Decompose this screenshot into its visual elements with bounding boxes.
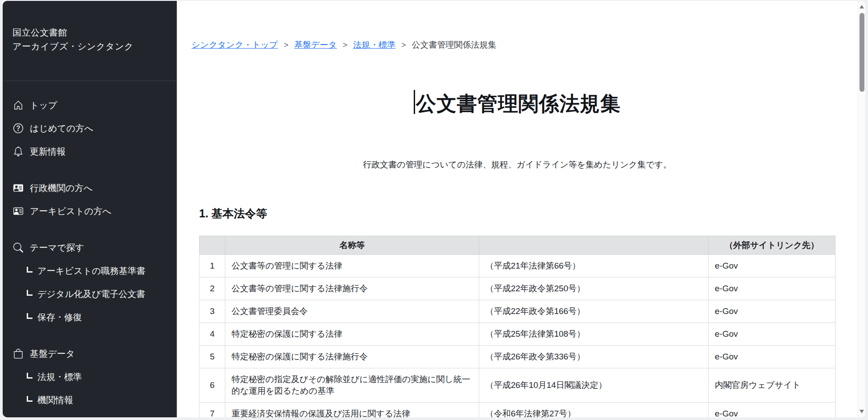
breadcrumb-link-1[interactable]: 基盤データ [294, 39, 337, 51]
sidebar-item-label: トップ [30, 99, 57, 111]
law-number: （平成21年法律第66号） [479, 255, 709, 277]
sidebar-item-1[interactable]: はじめての方へ [13, 117, 177, 140]
sidebar-item-4[interactable]: アーキビストの方へ [13, 200, 177, 223]
table-row-5: 5特定秘密の保護に関する法律施行令（平成26年政令第336号）e-Gov [200, 346, 835, 368]
external-link-target[interactable]: e-Gov [709, 277, 835, 300]
external-link-target[interactable]: 内閣官房ウェブサイト [709, 368, 835, 403]
scrollbar[interactable] [858, 1, 865, 417]
law-name: 公文書等の管理に関する法律施行令 [225, 277, 479, 300]
row-number: 7 [200, 403, 225, 418]
law-number: （令和6年法律第27号） [479, 403, 709, 418]
table-row-7: 7重要経済安保情報の保護及び活用に関する法律（令和6年法律第27号）e-Gov [200, 403, 835, 418]
sidebar-item-label: はじめての方へ [30, 122, 94, 135]
search-icon [13, 243, 23, 253]
sidebar-item-label: 更新情報 [30, 146, 65, 158]
table-header-cell-0 [200, 236, 225, 255]
sidebar-subitem-6[interactable]: アーキビストの職務基準書 [13, 259, 177, 282]
law-name: 特定秘密の保護に関する法律施行令 [225, 346, 479, 368]
home-icon [13, 100, 23, 110]
sidebar-item-2[interactable]: 更新情報 [13, 140, 177, 163]
sidebar-subitem-8[interactable]: 保存・修復 [13, 306, 177, 329]
row-number: 4 [200, 323, 225, 346]
table-row-2: 2公文書等の管理に関する法律施行令（平成22年政令第250号）e-Gov [200, 277, 835, 300]
sidebar-subitem-7[interactable]: デジタル化及び電子公文書 [13, 282, 177, 306]
row-number: 2 [200, 277, 225, 300]
scrollbar-thumb[interactable] [860, 13, 864, 92]
law-name: 特定秘密の指定及びその解除並びに適性評価の実施に関し統一的な運用を図るための基準 [225, 368, 479, 403]
subitem-branch-icon [27, 267, 33, 273]
bag-icon [13, 349, 23, 359]
sidebar-item-label: 法規・標準 [37, 371, 82, 383]
page-subtitle: 行政文書の管理についての法律、規程、ガイドライン等を集めたリンク集です。 [177, 159, 858, 171]
sidebar-item-label: 行政機関の方へ [30, 182, 93, 194]
table-row-6: 6特定秘密の指定及びその解除並びに適性評価の実施に関し統一的な運用を図るための基… [200, 368, 835, 403]
sidebar-item-9[interactable]: 基盤データ [13, 342, 177, 365]
row-number: 5 [200, 346, 225, 368]
sidebar-item-label: デジタル化及び電子公文書 [37, 288, 145, 300]
subitem-branch-icon [27, 396, 33, 402]
subitem-branch-icon [27, 290, 33, 296]
law-number: （平成22年政令第166号） [479, 300, 709, 323]
law-number: （平成22年政令第250号） [479, 277, 709, 300]
question-circle-icon [13, 123, 23, 134]
breadcrumb-separator: > [342, 41, 347, 50]
id-card-fill-icon [13, 183, 23, 193]
external-link-target[interactable]: e-Gov [709, 255, 835, 277]
subitem-branch-icon [27, 313, 33, 319]
law-name: 特定秘密の保護に関する法律 [225, 323, 479, 346]
breadcrumb-separator: > [401, 41, 406, 50]
law-number: （平成26年政令第336号） [479, 346, 709, 368]
text-cursor [414, 90, 415, 114]
bell-icon [13, 147, 23, 157]
sidebar-header: 国立公文書館 アーカイブズ・シンクタンク [3, 1, 177, 81]
law-name: 公文書等の管理に関する法律 [225, 255, 479, 277]
scrollbar-down-arrow[interactable] [860, 410, 864, 413]
row-number: 6 [200, 368, 225, 403]
table-header-cell-2 [479, 236, 709, 255]
row-number: 1 [200, 255, 225, 277]
sidebar-item-label: アーキビストの方へ [30, 205, 111, 217]
sidebar-item-5[interactable]: テーマで探す [13, 236, 177, 259]
law-number: （平成25年法律第108号） [479, 323, 709, 346]
external-link-target[interactable]: e-Gov [709, 300, 835, 323]
breadcrumb-link-0[interactable]: シンクタンク・トップ [192, 39, 278, 51]
law-table: 名称等（外部サイトリンク先） 1公文書等の管理に関する法律（平成21年法律第66… [199, 236, 835, 417]
sidebar-subitem-10[interactable]: 法規・標準 [13, 365, 177, 388]
sidebar-subitem-11[interactable]: 機関情報 [13, 388, 177, 412]
sidebar-nav: トップはじめての方へ更新情報行政機関の方へアーキビストの方へテーマで探すアーキビ… [3, 81, 177, 412]
table-row-1: 1公文書等の管理に関する法律（平成21年法律第66号）e-Gov [200, 255, 835, 277]
external-link-target[interactable]: e-Gov [709, 346, 835, 368]
table-row-3: 3公文書管理委員会令（平成22年政令第166号）e-Gov [200, 300, 835, 323]
site-title-line2: アーカイブズ・シンクタンク [12, 40, 168, 53]
table-header-row: 名称等（外部サイトリンク先） [200, 236, 835, 255]
id-card-icon [13, 206, 23, 216]
main-content: シンクタンク・トップ>基盤データ>法規・標準>公文書管理関係法規集 公文書管理関… [177, 1, 858, 417]
law-name: 重要経済安保情報の保護及び活用に関する法律 [225, 403, 479, 418]
table-header-cell-1: 名称等 [225, 236, 479, 255]
subitem-branch-icon [27, 373, 33, 379]
sidebar-item-label: テーマで探す [30, 242, 84, 254]
browser-card: 国立公文書館 アーカイブズ・シンクタンク トップはじめての方へ更新情報行政機関の… [3, 1, 865, 417]
sidebar-item-label: 機関情報 [37, 394, 73, 406]
breadcrumb-separator: > [284, 41, 289, 50]
sidebar-item-label: 基盤データ [30, 348, 75, 360]
external-link-target[interactable]: e-Gov [709, 403, 835, 418]
breadcrumb-current: 公文書管理関係法規集 [412, 39, 496, 51]
page-title-text: 公文書管理関係法規集 [416, 92, 621, 115]
scrollbar-up-arrow[interactable] [860, 5, 864, 8]
site-title-line1: 国立公文書館 [12, 26, 168, 40]
sidebar-item-3[interactable]: 行政機関の方へ [13, 176, 177, 200]
table-row-4: 4特定秘密の保護に関する法律（平成25年法律第108号）e-Gov [200, 323, 835, 346]
sidebar-item-label: アーキビストの職務基準書 [37, 265, 146, 277]
law-name: 公文書管理委員会令 [225, 300, 479, 323]
sidebar-item-label: 保存・修復 [37, 311, 82, 323]
section-heading: 1. 基本法令等 [199, 206, 858, 221]
sidebar-item-0[interactable]: トップ [13, 94, 177, 117]
page-title: 公文書管理関係法規集 [177, 90, 858, 117]
breadcrumb-link-2[interactable]: 法規・標準 [353, 39, 395, 51]
table-header-cell-3: （外部サイトリンク先） [709, 236, 835, 255]
breadcrumb: シンクタンク・トップ>基盤データ>法規・標準>公文書管理関係法規集 [192, 39, 858, 51]
sidebar: 国立公文書館 アーカイブズ・シンクタンク トップはじめての方へ更新情報行政機関の… [3, 1, 177, 417]
law-number: （平成26年10月14日閣議決定） [479, 368, 709, 403]
external-link-target[interactable]: e-Gov [709, 323, 835, 346]
